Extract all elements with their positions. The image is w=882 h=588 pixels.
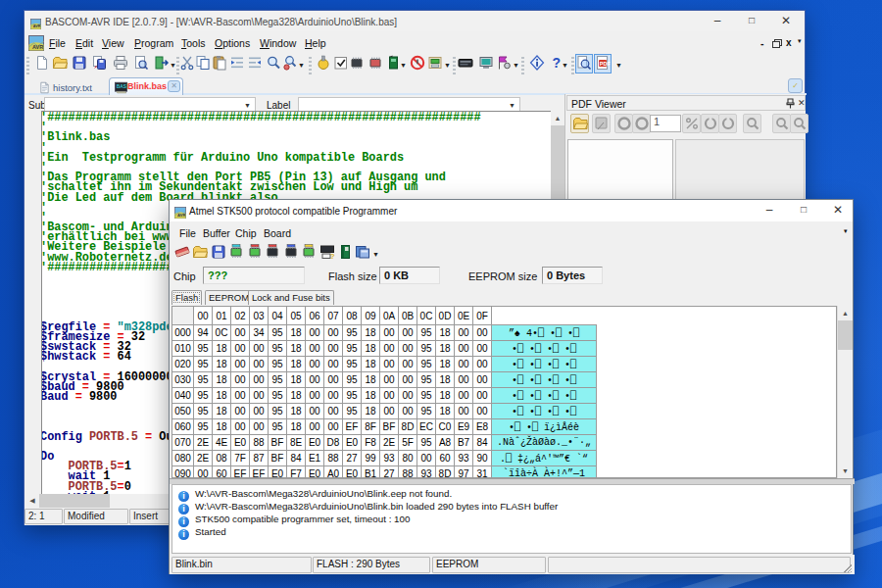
svg-text:?: ? bbox=[553, 55, 562, 71]
svg-text:?: ? bbox=[330, 252, 335, 260]
svg-text:AVR: AVR bbox=[32, 44, 43, 50]
svg-text:AVR: AVR bbox=[33, 24, 41, 28]
svg-text:BAS: BAS bbox=[117, 84, 127, 89]
svg-text:AVR: AVR bbox=[177, 213, 185, 218]
svg-text:PDF: PDF bbox=[600, 61, 611, 67]
